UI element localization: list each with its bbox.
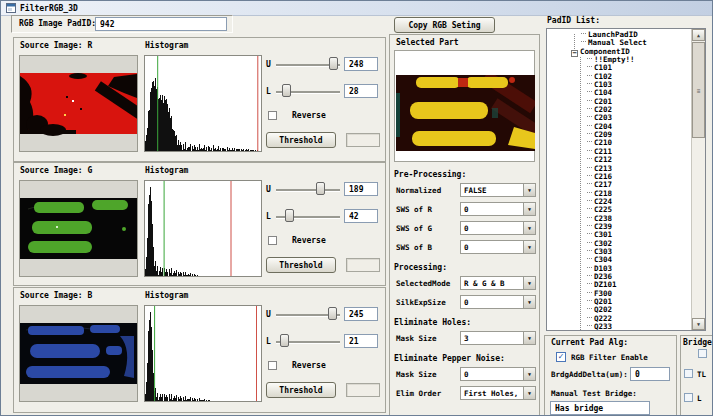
tree-item[interactable]: C224 [549, 198, 691, 206]
param-dropdown[interactable]: 0 ▼ [460, 240, 536, 254]
threshold-button[interactable]: Threshold [266, 257, 336, 273]
dropdown-arrow-icon[interactable]: ▼ [523, 296, 535, 308]
tree-item[interactable]: DZ101 [549, 281, 691, 289]
upper-slider[interactable] [276, 307, 340, 321]
bridge-delta-input[interactable] [630, 367, 670, 381]
tree-item[interactable]: C103 [549, 81, 691, 89]
tree-item[interactable]: D103 [549, 265, 691, 273]
lower-slider-thumb[interactable] [282, 84, 291, 97]
threshold-button[interactable]: Threshold [266, 382, 336, 398]
dropdown-arrow-icon[interactable]: ▼ [523, 222, 535, 234]
bridge-tl-checkbox[interactable] [684, 369, 693, 378]
lower-value-input[interactable] [344, 334, 378, 348]
dropdown-arrow-icon[interactable]: ▼ [523, 203, 535, 215]
histogram-plot [145, 306, 261, 401]
tree-item[interactable]: C302 [549, 240, 691, 248]
lower-slider-thumb[interactable] [280, 334, 289, 347]
scroll-up-button[interactable]: ▲ [692, 29, 705, 41]
tree-item[interactable]: C238 [549, 215, 691, 223]
param-dropdown[interactable]: 0 ▼ [460, 295, 536, 309]
param-dropdown[interactable]: 0 ▼ [460, 367, 536, 381]
scroll-down-button[interactable]: ▼ [692, 318, 705, 330]
reverse-checkbox[interactable] [268, 236, 277, 245]
tree-item[interactable]: C212 [549, 156, 691, 164]
tree-item[interactable]: C225 [549, 206, 691, 214]
tree-item[interactable]: C203 [549, 114, 691, 122]
dropdown-arrow-icon[interactable]: ▼ [523, 387, 535, 399]
padid-tree-scrollbar[interactable]: ▲ ≡ ▼ [691, 29, 705, 330]
lower-slider[interactable] [276, 209, 340, 223]
upper-slider[interactable] [276, 57, 340, 71]
lower-slider-thumb[interactable] [285, 209, 294, 222]
tree-item[interactable]: C239 [549, 223, 691, 231]
upper-value-input[interactable] [344, 57, 378, 71]
dropdown-arrow-icon[interactable]: ▼ [523, 332, 535, 344]
tree-item[interactable]: C104 [549, 89, 691, 97]
tree-item[interactable]: Q201 [549, 298, 691, 306]
upper-slider[interactable] [276, 182, 340, 196]
reverse-checkbox[interactable] [268, 361, 277, 370]
tree-item[interactable]: Q202 [549, 306, 691, 314]
lower-value-input[interactable] [344, 84, 378, 98]
tree-item[interactable]: C217 [549, 181, 691, 189]
lower-value-input[interactable] [344, 209, 378, 223]
tree-connector [587, 100, 592, 102]
param-dropdown[interactable]: 0 ▼ [460, 221, 536, 235]
lower-slider[interactable] [276, 84, 340, 98]
tree-item[interactable]: C102 [549, 73, 691, 81]
rgb-filter-enable-checkbox[interactable]: ✓ [556, 352, 566, 362]
param-dropdown[interactable]: First Holes, ▼ [460, 386, 536, 400]
tree-item[interactable]: C202 [549, 106, 691, 114]
upper-slider-thumb[interactable] [316, 182, 325, 195]
reverse-checkbox[interactable] [268, 111, 277, 120]
tree-item[interactable]: C303 [549, 248, 691, 256]
tree-item[interactable]: C218 [549, 190, 691, 198]
tree-item[interactable]: C201 [549, 98, 691, 106]
dropdown-arrow-icon[interactable]: ▼ [523, 184, 535, 196]
tree-item[interactable]: C213 [549, 165, 691, 173]
manual-test-bridge-input[interactable] [550, 401, 650, 415]
upper-slider-thumb[interactable] [328, 307, 337, 320]
tree-item[interactable]: Q222 [549, 315, 691, 323]
channel-group-g: Source Image: G Histogram U L [13, 162, 386, 286]
bridge-delta-label: BrdgAddDelta(um): [551, 370, 628, 379]
tree-item[interactable]: C301 [549, 231, 691, 239]
param-dropdown[interactable]: FALSE ▼ [460, 183, 536, 197]
param-dropdown[interactable]: 0 ▼ [460, 202, 536, 216]
tree-item[interactable]: C216 [549, 173, 691, 181]
scrollbar-thumb[interactable]: ≡ [692, 42, 705, 138]
tree-item[interactable]: C101 [549, 64, 691, 72]
padid-label: RGB Image PadID: [19, 19, 96, 28]
dropdown-arrow-icon[interactable]: ▼ [523, 241, 535, 253]
lower-slider[interactable] [276, 334, 340, 348]
tree-item[interactable]: C209 [549, 131, 691, 139]
bridge-checkbox[interactable] [698, 349, 707, 358]
upper-value-input[interactable] [344, 182, 378, 196]
tree-item[interactable]: C304 [549, 256, 691, 264]
param-value: First Holes, [461, 389, 523, 398]
dropdown-arrow-icon[interactable]: ▼ [523, 368, 535, 380]
padid-value-input[interactable] [95, 17, 227, 31]
bridge-l-label: L [697, 394, 702, 403]
threshold-button[interactable]: Threshold [266, 132, 336, 148]
tree-connector [587, 58, 592, 60]
tree-connector [587, 133, 592, 135]
title-bar[interactable]: FilterRGB_3D [1, 1, 712, 16]
tree-item[interactable]: C211 [549, 148, 691, 156]
upper-value-input[interactable] [344, 307, 378, 321]
param-dropdown[interactable]: R & G & B ▼ [460, 276, 536, 290]
upper-slider-thumb[interactable] [329, 57, 338, 70]
bridge-l-checkbox[interactable] [684, 393, 693, 402]
copy-rgb-setting-button[interactable]: Copy RGB Seting [394, 17, 495, 33]
tree-item[interactable]: D236 [549, 273, 691, 281]
tree-item[interactable]: C204 [549, 123, 691, 131]
selected-part-image-box [394, 50, 535, 162]
channel-group-r: Source Image: R Histogram U [13, 37, 386, 162]
tree-item[interactable]: !!Empty!! [549, 56, 691, 64]
param-dropdown[interactable]: 3 ▼ [460, 331, 536, 345]
tree-item[interactable]: Q233 [549, 323, 691, 331]
dropdown-arrow-icon[interactable]: ▼ [523, 277, 535, 289]
tree-item[interactable]: C210 [549, 139, 691, 147]
reverse-label: Reverse [292, 361, 326, 370]
tree-item[interactable]: F300 [549, 290, 691, 298]
